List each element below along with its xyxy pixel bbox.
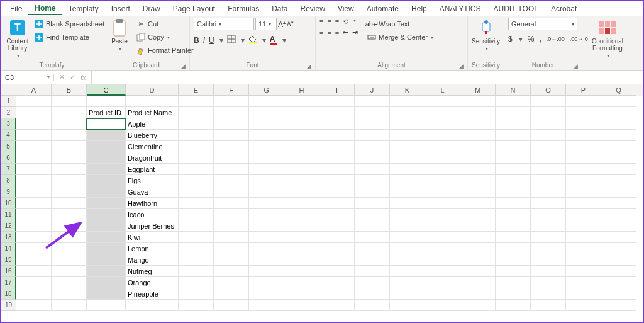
cell-A7[interactable] [16, 164, 52, 175]
cell-C12[interactable] [87, 220, 126, 232]
cell-C7[interactable] [87, 164, 126, 175]
cell-P17[interactable] [566, 277, 601, 288]
col-header-C[interactable]: C [87, 84, 126, 96]
cell-Q9[interactable] [601, 186, 636, 198]
cell-P16[interactable] [566, 266, 601, 277]
cell-B14[interactable] [52, 243, 87, 254]
cell-P7[interactable] [566, 164, 601, 175]
cell-L11[interactable] [425, 209, 460, 220]
cell-C5[interactable] [87, 141, 126, 152]
cell-B19[interactable] [52, 300, 87, 311]
menu-tab-data[interactable]: Data [265, 3, 294, 14]
row-header-12[interactable]: 12 [1, 220, 16, 232]
cell-D12[interactable]: Juniper Berries [126, 220, 179, 232]
name-box[interactable]: C3▾ [1, 74, 54, 81]
cell-O15[interactable] [531, 254, 566, 266]
menu-tab-analytics[interactable]: ANALYTICS [433, 3, 487, 14]
cell-H3[interactable] [284, 118, 319, 130]
cell-C11[interactable] [87, 209, 126, 220]
cell-Q8[interactable] [601, 175, 636, 186]
cell-Q12[interactable] [601, 220, 636, 232]
cell-P15[interactable] [566, 254, 601, 266]
font-name-combo[interactable]: Calibri▾ [194, 18, 254, 30]
cell-P4[interactable] [566, 130, 601, 141]
cell-A5[interactable] [16, 141, 52, 152]
cell-H6[interactable] [284, 152, 319, 164]
cell-K15[interactable] [390, 254, 425, 266]
cell-I19[interactable] [319, 300, 355, 311]
cell-P3[interactable] [566, 118, 601, 130]
cell-I17[interactable] [319, 277, 355, 288]
col-header-Q[interactable]: Q [601, 84, 636, 96]
enter-icon[interactable]: ✓ [70, 73, 75, 81]
cell-C10[interactable] [87, 198, 126, 209]
cell-B4[interactable] [52, 130, 87, 141]
cell-J17[interactable] [355, 277, 390, 288]
align-middle-icon[interactable]: ≡ [327, 18, 331, 26]
cell-L4[interactable] [425, 130, 460, 141]
cell-O11[interactable] [531, 209, 566, 220]
cell-D18[interactable]: Pineapple [126, 288, 179, 300]
cell-D6[interactable]: Dragonfruit [126, 152, 179, 164]
cell-G9[interactable] [249, 186, 284, 198]
cell-J2[interactable] [355, 107, 390, 118]
menu-tab-acrobat[interactable]: Acrobat [545, 3, 583, 14]
cell-E5[interactable] [179, 141, 214, 152]
cell-G19[interactable] [249, 300, 284, 311]
cell-M14[interactable] [460, 243, 496, 254]
dialog-launcher-icon[interactable]: ◢ [574, 63, 578, 69]
cell-B12[interactable] [52, 220, 87, 232]
cell-H19[interactable] [284, 300, 319, 311]
cell-E9[interactable] [179, 186, 214, 198]
cell-F1[interactable] [214, 96, 249, 107]
cell-H14[interactable] [284, 243, 319, 254]
cell-L3[interactable] [425, 118, 460, 130]
cell-E13[interactable] [179, 232, 214, 243]
cell-B3[interactable] [52, 118, 87, 130]
cell-H15[interactable] [284, 254, 319, 266]
cell-N4[interactable] [496, 130, 531, 141]
cell-E12[interactable] [179, 220, 214, 232]
cell-G11[interactable] [249, 209, 284, 220]
format-painter-button[interactable]: Format Painter [135, 44, 195, 57]
cell-G5[interactable] [249, 141, 284, 152]
cell-E8[interactable] [179, 175, 214, 186]
cell-A8[interactable] [16, 175, 52, 186]
cell-K5[interactable] [390, 141, 425, 152]
cell-N1[interactable] [496, 96, 531, 107]
cell-I3[interactable] [319, 118, 355, 130]
cell-A19[interactable] [16, 300, 52, 311]
cell-I16[interactable] [319, 266, 355, 277]
cell-G13[interactable] [249, 232, 284, 243]
cell-O9[interactable] [531, 186, 566, 198]
cell-P6[interactable] [566, 152, 601, 164]
cell-G7[interactable] [249, 164, 284, 175]
content-library-button[interactable]: T Content Library ▾ [5, 18, 30, 60]
cell-M2[interactable] [460, 107, 496, 118]
cell-D10[interactable]: Hawthorn [126, 198, 179, 209]
cell-E15[interactable] [179, 254, 214, 266]
cell-D9[interactable]: Guava [126, 186, 179, 198]
cell-I12[interactable] [319, 220, 355, 232]
cell-O14[interactable] [531, 243, 566, 254]
cell-F8[interactable] [214, 175, 249, 186]
cell-K12[interactable] [390, 220, 425, 232]
cell-K19[interactable] [390, 300, 425, 311]
cell-F6[interactable] [214, 152, 249, 164]
cell-B2[interactable] [52, 107, 87, 118]
cell-B16[interactable] [52, 266, 87, 277]
menu-tab-automate[interactable]: Automate [360, 3, 405, 14]
cell-Q7[interactable] [601, 164, 636, 175]
cell-M18[interactable] [460, 288, 496, 300]
cell-K6[interactable] [390, 152, 425, 164]
cell-I14[interactable] [319, 243, 355, 254]
cell-N3[interactable] [496, 118, 531, 130]
bold-button[interactable]: B [194, 36, 199, 45]
row-header-7[interactable]: 7 [1, 164, 16, 175]
cell-Q19[interactable] [601, 300, 636, 311]
cell-M10[interactable] [460, 198, 496, 209]
cell-P19[interactable] [566, 300, 601, 311]
cell-A2[interactable] [16, 107, 52, 118]
cell-C19[interactable] [87, 300, 126, 311]
cell-H17[interactable] [284, 277, 319, 288]
